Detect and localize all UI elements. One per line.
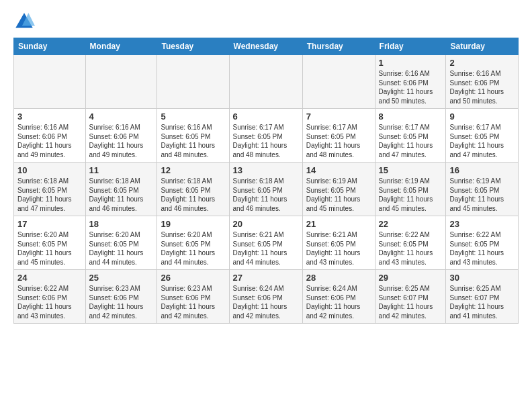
page: SundayMondayTuesdayWednesdayThursdayFrid… [0,0,532,334]
weekday-header-sunday: Sunday [14,38,86,55]
day-number: 27 [233,273,299,283]
calendar-cell [14,55,86,109]
calendar-cell: 7Sunrise: 6:17 AM Sunset: 6:05 PM Daylig… [302,109,375,163]
calendar-cell: 3Sunrise: 6:16 AM Sunset: 6:06 PM Daylig… [14,109,86,163]
day-info: Sunrise: 6:23 AM Sunset: 6:06 PM Dayligh… [161,284,225,320]
calendar-cell [302,55,375,109]
day-number: 28 [306,273,371,283]
logo [13,11,38,32]
week-row-2: 3Sunrise: 6:16 AM Sunset: 6:06 PM Daylig… [14,109,519,163]
week-row-4: 17Sunrise: 6:20 AM Sunset: 6:05 PM Dayli… [14,216,519,270]
day-info: Sunrise: 6:16 AM Sunset: 6:06 PM Dayligh… [17,123,82,159]
day-number: 4 [89,111,154,122]
calendar-cell: 24Sunrise: 6:22 AM Sunset: 6:06 PM Dayli… [14,270,86,324]
day-number: 23 [449,219,515,229]
calendar-cell: 1Sunrise: 6:16 AM Sunset: 6:06 PM Daylig… [375,55,446,109]
calendar-cell: 9Sunrise: 6:17 AM Sunset: 6:05 PM Daylig… [446,109,519,163]
weekday-header-wednesday: Wednesday [229,38,302,55]
day-info: Sunrise: 6:20 AM Sunset: 6:05 PM Dayligh… [17,230,82,267]
day-number: 13 [233,165,299,175]
day-info: Sunrise: 6:17 AM Sunset: 6:05 PM Dayligh… [449,123,515,159]
day-number: 14 [306,165,371,175]
day-number: 10 [17,165,82,175]
weekday-header-friday: Friday [375,38,446,55]
day-number: 30 [449,273,515,283]
day-info: Sunrise: 6:16 AM Sunset: 6:06 PM Dayligh… [89,123,154,159]
calendar-cell [229,55,302,109]
day-number: 20 [233,219,299,229]
day-info: Sunrise: 6:21 AM Sunset: 6:05 PM Dayligh… [233,230,299,267]
weekday-header-saturday: Saturday [446,38,519,55]
weekday-header-thursday: Thursday [302,38,375,55]
calendar-cell: 5Sunrise: 6:16 AM Sunset: 6:05 PM Daylig… [157,109,229,163]
calendar-cell: 26Sunrise: 6:23 AM Sunset: 6:06 PM Dayli… [157,270,229,324]
day-info: Sunrise: 6:19 AM Sunset: 6:05 PM Dayligh… [449,177,515,213]
calendar-cell: 14Sunrise: 6:19 AM Sunset: 6:05 PM Dayli… [302,163,375,216]
day-info: Sunrise: 6:20 AM Sunset: 6:05 PM Dayligh… [89,230,154,267]
day-info: Sunrise: 6:18 AM Sunset: 6:05 PM Dayligh… [233,177,299,213]
calendar-cell: 13Sunrise: 6:18 AM Sunset: 6:05 PM Dayli… [229,163,302,216]
header [13,11,519,32]
day-number: 25 [89,273,154,283]
day-info: Sunrise: 6:18 AM Sunset: 6:05 PM Dayligh… [161,177,225,213]
logo-icon [13,11,35,32]
calendar-cell: 16Sunrise: 6:19 AM Sunset: 6:05 PM Dayli… [446,163,519,216]
day-number: 17 [17,219,82,229]
day-info: Sunrise: 6:16 AM Sunset: 6:06 PM Dayligh… [379,69,443,105]
calendar-cell: 2Sunrise: 6:16 AM Sunset: 6:06 PM Daylig… [446,55,519,109]
day-number: 12 [161,165,225,175]
week-row-1: 1Sunrise: 6:16 AM Sunset: 6:06 PM Daylig… [14,55,519,109]
day-number: 24 [17,273,82,283]
day-number: 9 [449,111,515,122]
week-row-5: 24Sunrise: 6:22 AM Sunset: 6:06 PM Dayli… [14,270,519,324]
day-number: 5 [161,111,225,122]
calendar-cell: 6Sunrise: 6:17 AM Sunset: 6:05 PM Daylig… [229,109,302,163]
day-number: 26 [161,273,225,283]
calendar-cell: 20Sunrise: 6:21 AM Sunset: 6:05 PM Dayli… [229,216,302,270]
calendar-cell: 30Sunrise: 6:25 AM Sunset: 6:07 PM Dayli… [446,270,519,324]
day-info: Sunrise: 6:22 AM Sunset: 6:06 PM Dayligh… [17,284,82,320]
calendar-cell: 11Sunrise: 6:18 AM Sunset: 6:05 PM Dayli… [85,163,157,216]
weekday-header-monday: Monday [85,38,157,55]
day-info: Sunrise: 6:19 AM Sunset: 6:05 PM Dayligh… [306,177,371,213]
calendar-cell [157,55,229,109]
day-number: 6 [233,111,299,122]
day-number: 22 [379,219,443,229]
day-number: 2 [449,58,515,68]
calendar-cell: 22Sunrise: 6:22 AM Sunset: 6:05 PM Dayli… [375,216,446,270]
day-info: Sunrise: 6:18 AM Sunset: 6:05 PM Dayligh… [89,177,154,213]
calendar-cell: 19Sunrise: 6:20 AM Sunset: 6:05 PM Dayli… [157,216,229,270]
day-number: 19 [161,219,225,229]
calendar-cell [85,55,157,109]
day-info: Sunrise: 6:24 AM Sunset: 6:06 PM Dayligh… [306,284,371,320]
calendar-cell: 29Sunrise: 6:25 AM Sunset: 6:07 PM Dayli… [375,270,446,324]
day-number: 16 [449,165,515,175]
day-info: Sunrise: 6:21 AM Sunset: 6:05 PM Dayligh… [306,230,371,267]
day-info: Sunrise: 6:25 AM Sunset: 6:07 PM Dayligh… [449,284,515,320]
calendar-cell: 12Sunrise: 6:18 AM Sunset: 6:05 PM Dayli… [157,163,229,216]
day-number: 29 [379,273,443,283]
calendar-cell: 8Sunrise: 6:17 AM Sunset: 6:05 PM Daylig… [375,109,446,163]
calendar-cell: 25Sunrise: 6:23 AM Sunset: 6:06 PM Dayli… [85,270,157,324]
calendar-cell: 4Sunrise: 6:16 AM Sunset: 6:06 PM Daylig… [85,109,157,163]
day-info: Sunrise: 6:25 AM Sunset: 6:07 PM Dayligh… [379,284,443,320]
weekday-header-row: SundayMondayTuesdayWednesdayThursdayFrid… [14,38,519,55]
day-info: Sunrise: 6:16 AM Sunset: 6:05 PM Dayligh… [161,123,225,159]
calendar: SundayMondayTuesdayWednesdayThursdayFrid… [13,38,519,324]
day-info: Sunrise: 6:24 AM Sunset: 6:06 PM Dayligh… [233,284,299,320]
weekday-header-tuesday: Tuesday [157,38,229,55]
day-number: 21 [306,219,371,229]
calendar-cell: 15Sunrise: 6:19 AM Sunset: 6:05 PM Dayli… [375,163,446,216]
day-info: Sunrise: 6:18 AM Sunset: 6:05 PM Dayligh… [17,177,82,213]
calendar-cell: 10Sunrise: 6:18 AM Sunset: 6:05 PM Dayli… [14,163,86,216]
day-number: 8 [379,111,443,122]
day-info: Sunrise: 6:20 AM Sunset: 6:05 PM Dayligh… [161,230,225,267]
day-info: Sunrise: 6:17 AM Sunset: 6:05 PM Dayligh… [233,123,299,159]
calendar-cell: 27Sunrise: 6:24 AM Sunset: 6:06 PM Dayli… [229,270,302,324]
calendar-cell: 17Sunrise: 6:20 AM Sunset: 6:05 PM Dayli… [14,216,86,270]
day-info: Sunrise: 6:16 AM Sunset: 6:06 PM Dayligh… [449,69,515,105]
day-info: Sunrise: 6:17 AM Sunset: 6:05 PM Dayligh… [379,123,443,159]
day-number: 18 [89,219,154,229]
day-number: 1 [379,58,443,68]
day-info: Sunrise: 6:23 AM Sunset: 6:06 PM Dayligh… [89,284,154,320]
